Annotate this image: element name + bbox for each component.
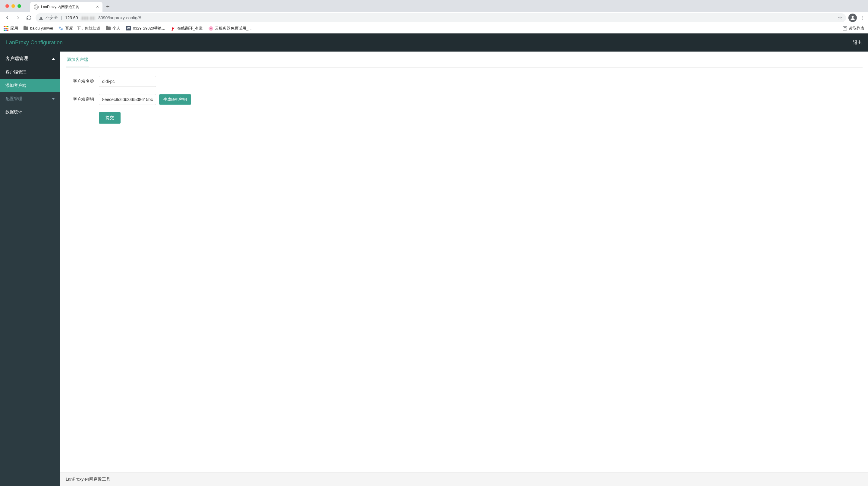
svg-point-0	[852, 16, 854, 18]
bookmarks-bar: 应用 baidu yunwei 🐾 百度一下，你就知道 个人 W 0329 S9…	[0, 24, 868, 33]
insecure-label: 不安全	[45, 15, 58, 21]
form-actions: 提交	[66, 112, 863, 124]
minimize-window-icon[interactable]	[11, 4, 15, 8]
sidebar-group-label: 配置管理	[5, 96, 22, 101]
w-icon: W	[126, 26, 131, 30]
back-button[interactable]	[3, 13, 11, 22]
sidebar-item-add-client[interactable]: 添加客户端	[0, 79, 60, 92]
url-path: 8090/lanproxy-config/#	[98, 16, 141, 20]
folder-icon	[24, 27, 28, 30]
app-footer: LanProxy-内网穿透工具	[60, 472, 868, 486]
client-name-label: 客户端名称	[66, 79, 99, 84]
content-tabs: 添加客户端	[66, 52, 863, 67]
generate-key-button[interactable]: 生成随机密钥	[159, 94, 191, 104]
browser-chrome: LanProxy-内网穿透工具 × + 不安全 | 123.60 .▮▮▮.▮▮…	[0, 0, 868, 33]
app: LanProxy Configuration 退出 客户端管理 客户端管理 添加…	[0, 33, 868, 486]
bookmark-w-item[interactable]: W 0329 S9820替换...	[126, 26, 165, 31]
maximize-window-icon[interactable]	[18, 4, 21, 8]
huawei-icon: 🌸	[208, 26, 213, 31]
content-area: 添加客户端 客户端名称 客户端密钥 生成随机密钥 提交	[60, 52, 868, 486]
reading-list-icon	[843, 26, 847, 30]
insecure-icon	[39, 16, 43, 20]
app-body: 客户端管理 客户端管理 添加客户端 配置管理 数据统计 添加客户端	[0, 52, 868, 486]
bookmark-baidu[interactable]: 🐾 百度一下，你就知道	[59, 26, 100, 31]
sidebar-item-client-manage[interactable]: 客户端管理	[0, 66, 60, 79]
sidebar-item-label: 客户端管理	[5, 70, 27, 74]
bookmark-youdao[interactable]: y 在线翻译_有道	[170, 26, 203, 31]
logout-link[interactable]: 退出	[853, 40, 862, 45]
bookmark-star-icon[interactable]: ☆	[838, 14, 842, 21]
close-window-icon[interactable]	[5, 4, 9, 8]
youdao-icon: y	[170, 26, 176, 31]
reading-list-button[interactable]: 读取列表	[843, 26, 864, 31]
content-inner: 添加客户端 客户端名称 客户端密钥 生成随机密钥 提交	[60, 52, 868, 472]
browser-tab[interactable]: LanProxy-内网穿透工具 ×	[30, 2, 102, 12]
profile-avatar-button[interactable]	[848, 13, 857, 22]
sidebar-group-client[interactable]: 客户端管理	[0, 52, 60, 66]
window-controls	[2, 4, 24, 8]
submit-button[interactable]: 提交	[99, 112, 121, 124]
bookmark-folder-baidu-yunwei[interactable]: baidu yunwei	[24, 26, 53, 30]
browser-menu-icon[interactable]	[859, 16, 865, 20]
form-row-name: 客户端名称	[66, 76, 863, 87]
app-header: LanProxy Configuration 退出	[0, 33, 868, 52]
apps-grid-icon	[4, 26, 8, 31]
sidebar-item-label: 添加客户端	[5, 83, 27, 88]
baidu-icon: 🐾	[59, 26, 63, 31]
tab-bar: LanProxy-内网穿透工具 × +	[0, 0, 868, 12]
form-row-key: 客户端密钥 生成随机密钥	[66, 94, 863, 105]
folder-icon	[106, 27, 111, 30]
app-brand: LanProxy Configuration	[6, 39, 63, 46]
sidebar: 客户端管理 客户端管理 添加客户端 配置管理 数据统计	[0, 52, 60, 486]
add-client-form: 客户端名称 客户端密钥 生成随机密钥 提交	[66, 67, 863, 132]
address-bar[interactable]: 不安全 | 123.60 .▮▮▮.▮▮: 8090/lanproxy-conf…	[36, 13, 846, 22]
close-tab-icon[interactable]: ×	[96, 4, 99, 10]
url-host: 123.60	[65, 16, 78, 20]
client-name-input[interactable]	[99, 76, 156, 87]
browser-toolbar: 不安全 | 123.60 .▮▮▮.▮▮: 8090/lanproxy-conf…	[0, 12, 868, 24]
chevron-up-icon	[52, 58, 55, 60]
sidebar-group-config[interactable]: 配置管理	[0, 92, 60, 105]
sidebar-item-label: 数据统计	[5, 110, 22, 114]
reload-button[interactable]	[25, 13, 33, 22]
tab-title: LanProxy-内网穿透工具	[41, 4, 94, 10]
url-masked: .▮▮▮.▮▮:	[80, 16, 96, 20]
sidebar-group-label: 客户端管理	[5, 56, 28, 61]
sidebar-item-stats[interactable]: 数据统计	[0, 105, 60, 119]
apps-shortcut[interactable]: 应用	[4, 26, 18, 31]
bookmark-huawei[interactable]: 🌸 云服务器免费试用_...	[208, 26, 252, 31]
globe-icon	[34, 4, 38, 9]
chevron-down-icon	[52, 98, 55, 100]
tab-add-client[interactable]: 添加客户端	[66, 52, 89, 67]
client-key-input[interactable]	[99, 94, 156, 105]
client-key-label: 客户端密钥	[66, 97, 99, 102]
forward-button[interactable]	[14, 13, 22, 22]
new-tab-button[interactable]: +	[102, 3, 113, 10]
bookmark-folder-personal[interactable]: 个人	[106, 26, 120, 31]
